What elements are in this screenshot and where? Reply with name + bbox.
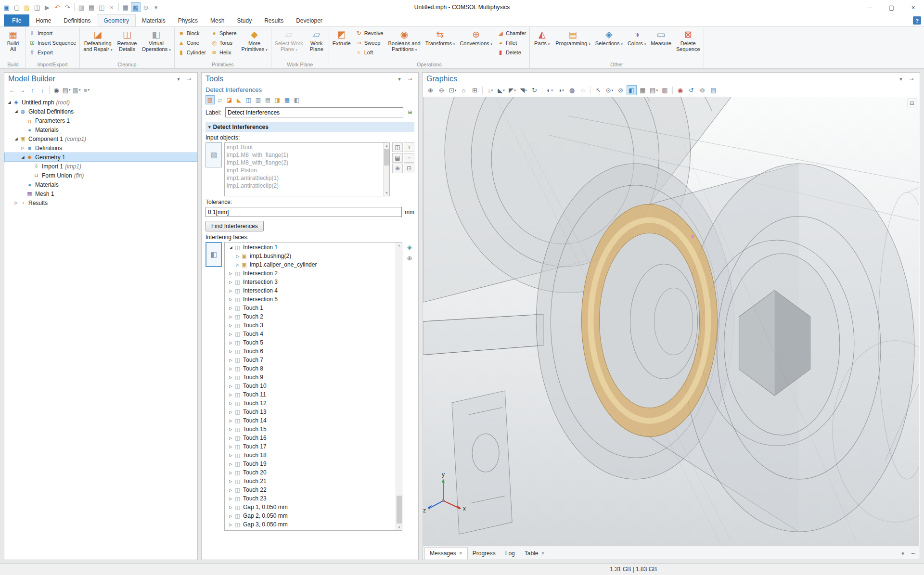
expander-icon[interactable]: ▷ <box>228 514 234 518</box>
expander-icon[interactable]: ▷ <box>228 410 234 414</box>
collapse-panel-icon[interactable]: ▾ <box>395 75 404 83</box>
sphere-button[interactable]: ●Sphere <box>208 28 239 38</box>
expander-icon[interactable]: ▷ <box>228 427 234 432</box>
find-interferences-button[interactable]: Find Interferences <box>205 221 264 231</box>
pin-panel-icon[interactable]: ⊸ <box>406 75 414 83</box>
expander-icon[interactable]: ◢ <box>13 137 19 141</box>
collapse-all-icon[interactable]: ▤▾ <box>62 85 71 95</box>
face-intersection-4[interactable]: ▷◫Intersection 4 <box>226 286 395 295</box>
tab-table[interactable]: Table× <box>520 547 550 560</box>
node-form-union[interactable]: ⊔Form Union(fin) <box>4 171 197 180</box>
interference-scrollbar[interactable]: ▴ ▾ <box>396 243 402 530</box>
face-touch-10[interactable]: ▷◫Touch 10 <box>226 382 395 390</box>
label-input[interactable] <box>225 107 403 117</box>
stack-icon[interactable]: ▦ <box>282 95 292 104</box>
go-to-default-view-icon[interactable]: ⌂ <box>459 85 469 95</box>
expander-icon[interactable]: ▷ <box>228 306 234 310</box>
show-selection-colors-icon[interactable]: ◧ <box>627 85 637 95</box>
cone-button[interactable]: ▲Cone <box>176 38 208 48</box>
copy-selection-icon[interactable]: ◫ <box>392 142 403 152</box>
show-mesh-icon[interactable]: ▤▾ <box>649 85 659 95</box>
expander-icon[interactable]: ▷ <box>228 419 234 423</box>
open-file-icon[interactable]: ▨ <box>22 2 32 12</box>
expander-icon[interactable]: ▷ <box>228 401 234 406</box>
transforms-button[interactable]: ⇆Transforms ▾ <box>423 27 458 47</box>
pin-panel-icon[interactable]: ⊸ <box>909 549 918 558</box>
sweep-button[interactable]: ⇝Sweep <box>353 38 386 48</box>
face-touch-12[interactable]: ▷◫Touch 12 <box>226 399 395 408</box>
zoom-extents-icon[interactable]: ⊞ <box>470 85 480 95</box>
duplicate-icon[interactable]: ◫ <box>97 2 106 12</box>
volume-check-icon[interactable]: ◪ <box>225 95 234 104</box>
scene-light-icon[interactable]: ◐▾ <box>545 85 555 95</box>
face-imp1-caliper-one-cylinder[interactable]: ▷▣imp1.caliper_one_cylinder <box>226 260 395 269</box>
work-plane-button[interactable]: ▱WorkPlane <box>306 27 328 52</box>
expander-icon[interactable]: ▷ <box>13 201 19 205</box>
expander-icon[interactable]: ▷ <box>228 453 234 458</box>
expander-icon[interactable]: ◢ <box>228 245 234 250</box>
face-touch-23[interactable]: ▷◫Touch 23 <box>226 494 395 503</box>
rotate-view-icon[interactable]: ↻ <box>529 85 539 95</box>
expander-icon[interactable]: ▷ <box>228 462 234 466</box>
model-tree-settings-icon[interactable]: ≡▾ <box>82 85 91 95</box>
node-component-1[interactable]: ◢▣Component 1(comp1) <box>4 134 197 143</box>
extrude-button[interactable]: ◩Extrude <box>330 27 353 46</box>
cone-check-icon[interactable]: ◣ <box>234 95 244 104</box>
record-icon[interactable]: ◉ <box>675 85 685 95</box>
input-object-imp1-m8-with-flange-1[interactable]: imp1.M8_with_flange(1) <box>227 151 383 159</box>
show-material-color-icon[interactable]: ▦ <box>638 85 648 95</box>
collapse-panel-icon[interactable]: ▾ <box>897 75 905 83</box>
face-touch-1[interactable]: ▷◫Touch 1 <box>226 304 395 312</box>
node-parameters-1[interactable]: πParameters 1 <box>4 116 197 125</box>
expander-icon[interactable]: ▷ <box>228 332 234 336</box>
zoom-to-selection-icon[interactable]: ⊕ <box>392 164 403 173</box>
scrollbar-thumb[interactable] <box>397 496 402 524</box>
build-all-button[interactable]: ▦BuildAll <box>2 27 24 52</box>
cylinder-button[interactable]: ▮Cylinder <box>176 48 208 57</box>
revolve-button[interactable]: ↻Revolve <box>353 28 386 38</box>
face-imp1-bushing-2[interactable]: ▷▣imp1.bushing(2) <box>226 252 395 260</box>
show-icon[interactable]: ◉ <box>51 85 61 95</box>
close-tab-icon[interactable]: × <box>459 550 462 557</box>
tab-study[interactable]: Study <box>231 14 258 26</box>
face-intersection-5[interactable]: ▷◫Intersection 5 <box>226 295 395 304</box>
loft-button[interactable]: ≈Loft <box>353 48 386 57</box>
virtual-operations-button[interactable]: ◧VirtualOperations ▾ <box>139 27 173 53</box>
graphics-canvas[interactable]: y x z ⊡ <box>423 97 919 546</box>
face-gap-2-0-050-mm[interactable]: ▷◫Gap 2, 0.050 mm <box>226 511 395 520</box>
app-icon[interactable]: ▣ <box>2 2 12 12</box>
plane-check-icon[interactable]: ▱ <box>215 95 224 104</box>
expander-icon[interactable]: ▷ <box>228 384 234 388</box>
input-object-imp1-boot[interactable]: imp1.Boot <box>227 143 383 151</box>
face-touch-5[interactable]: ▷◫Touch 5 <box>226 338 395 347</box>
conversions-button[interactable]: ⊕Conversions ▾ <box>457 27 495 47</box>
fillet-button[interactable]: ◕Fillet <box>495 38 528 48</box>
view-orientation-icon[interactable]: ↓▾ <box>485 85 495 95</box>
face-touch-9[interactable]: ▷◫Touch 9 <box>226 373 395 382</box>
tolerance-input[interactable] <box>205 207 402 217</box>
node-materials[interactable]: ●Materials <box>4 180 197 189</box>
delete-button[interactable]: ▮Delete <box>495 48 528 57</box>
expander-icon[interactable]: ▷ <box>228 505 234 510</box>
expander-icon[interactable]: ◢ <box>13 109 19 114</box>
copy-icon[interactable]: ▥ <box>77 2 86 12</box>
input-object-imp1-antirattleclip-2[interactable]: imp1.antirattleclip(2) <box>227 182 383 190</box>
expander-icon[interactable]: ▷ <box>228 393 234 397</box>
color-theme-icon[interactable]: ◑▾ <box>556 85 566 95</box>
move-down-icon[interactable]: ↓ <box>38 85 47 95</box>
tab-home[interactable]: Home <box>29 14 57 26</box>
booleans-and-partitions-button[interactable]: ◉Booleans andPartitions ▾ <box>385 27 423 53</box>
expander-icon[interactable]: ▷ <box>228 471 234 475</box>
pin-panel-icon[interactable]: ⊸ <box>185 75 193 83</box>
snapshot-icon[interactable]: ⊚ <box>697 85 707 95</box>
face-touch-16[interactable]: ▷◫Touch 16 <box>226 434 395 442</box>
desktop-layout-icon[interactable]: ▩ <box>131 2 141 12</box>
face-intersection-1[interactable]: ◢◫Intersection 1 <box>226 243 395 252</box>
expander-icon[interactable]: ◢ <box>20 155 26 159</box>
add-to-selection-icon[interactable]: + <box>404 142 414 152</box>
face-touch-21[interactable]: ▷◫Touch 21 <box>226 477 395 486</box>
wireframe-rendering-icon[interactable]: ◌ <box>578 85 588 95</box>
xy-view-icon[interactable]: ◣▾ <box>496 85 506 95</box>
expander-icon[interactable]: ▷ <box>228 523 234 527</box>
measure-button[interactable]: ▭Measure <box>648 27 674 46</box>
